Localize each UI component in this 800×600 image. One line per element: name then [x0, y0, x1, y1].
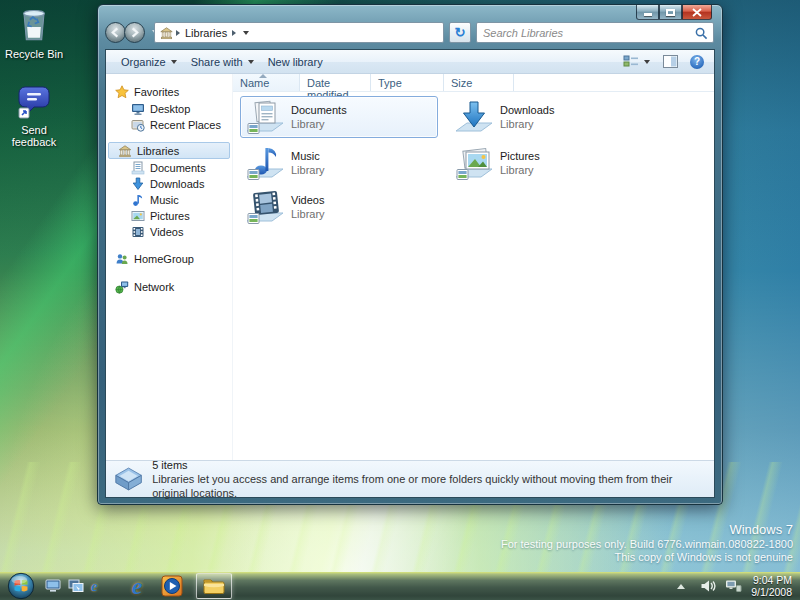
libraries-detail-icon [114, 465, 143, 493]
taskbar-clock[interactable]: 9:04 PM 9/1/2008 [751, 574, 792, 598]
breadcrumb-libraries[interactable]: Libraries [182, 27, 230, 39]
forward-button[interactable] [124, 22, 145, 43]
address-bar[interactable]: Libraries [154, 22, 444, 43]
views-icon [623, 55, 639, 68]
new-library-label: New library [268, 56, 323, 68]
forward-icon [129, 27, 140, 38]
chevron-down-icon [644, 60, 650, 64]
downloads-icon [131, 177, 145, 191]
sidebar-label: Libraries [137, 145, 179, 157]
change-view-button[interactable] [620, 52, 653, 71]
hidden-icons-arrow-icon[interactable] [677, 584, 685, 589]
volume-icon[interactable] [700, 579, 716, 593]
sidebar-item-libraries[interactable]: Libraries [108, 142, 230, 159]
command-toolbar: Organize Share with New library [106, 50, 714, 74]
library-tile-downloads[interactable]: Downloads Library [449, 96, 647, 138]
column-header-date-modified[interactable]: Date modified [300, 74, 371, 91]
internet-explorer-small-icon[interactable]: e [91, 578, 98, 595]
desktop-wallpaper: Recycle Bin Send feedback Windows 7 For … [0, 0, 800, 600]
maximize-icon [666, 9, 675, 16]
item-type: Library [500, 117, 554, 131]
recent-places-icon [131, 118, 145, 132]
media-player-icon[interactable] [160, 574, 184, 598]
internet-explorer-icon[interactable]: e [132, 574, 143, 598]
sidebar-item-homegroup[interactable]: HomeGroup [106, 250, 230, 267]
music-icon [131, 193, 145, 207]
item-type: Library [291, 117, 347, 131]
clock-date: 9/1/2008 [751, 586, 792, 598]
details-description: Libraries let you access and arrange ite… [152, 472, 706, 500]
close-icon [692, 8, 702, 17]
taskbar: e e [0, 572, 800, 600]
item-count: 5 items [152, 458, 706, 472]
column-label: Size [451, 77, 472, 89]
minimize-button[interactable] [636, 5, 659, 20]
help-icon: ? [690, 55, 704, 69]
column-label: Type [378, 77, 402, 89]
sidebar-item-desktop[interactable]: Desktop [106, 100, 230, 117]
item-name: Pictures [500, 149, 540, 163]
build-watermark: Windows 7 For testing purposes only. Bui… [501, 523, 793, 564]
item-name: Videos [291, 193, 325, 207]
sidebar-item-downloads[interactable]: Downloads [106, 175, 230, 192]
help-button[interactable]: ? [688, 53, 706, 71]
preview-pane-button[interactable] [661, 52, 680, 71]
sidebar-label: Downloads [150, 178, 204, 190]
column-header-size[interactable]: Size [444, 74, 514, 91]
back-icon [110, 27, 121, 38]
library-tile-documents[interactable]: Documents Library [240, 96, 438, 138]
refresh-button[interactable]: ↻ [449, 22, 471, 43]
desktop-icon-recycle-bin[interactable]: Recycle Bin [2, 6, 66, 60]
sidebar-item-recent-places[interactable]: Recent Places [106, 116, 230, 133]
main-area: Favorites Desktop Recent Places [106, 74, 714, 460]
breadcrumb-arrow-icon[interactable] [232, 30, 236, 36]
library-tile-pictures[interactable]: Pictures Library [449, 142, 647, 184]
sidebar-label: Videos [150, 226, 183, 238]
navigation-bar: Libraries ↻ [98, 21, 722, 47]
sidebar-label: Music [150, 194, 179, 206]
sidebar-label: Documents [150, 162, 206, 174]
taskbar-items: e [132, 574, 185, 598]
sidebar-label: HomeGroup [134, 253, 194, 265]
library-tile-music[interactable]: Music Library [240, 142, 438, 184]
sidebar-item-network[interactable]: Network [106, 278, 230, 295]
switch-windows-icon[interactable] [68, 579, 84, 593]
new-library-button[interactable]: New library [261, 53, 330, 71]
sidebar-item-favorites[interactable]: Favorites [106, 83, 230, 100]
column-header-name[interactable]: Name [233, 74, 300, 91]
sidebar-item-pictures[interactable]: Pictures [106, 207, 230, 224]
search-input[interactable] [483, 27, 691, 39]
refresh-icon: ↻ [455, 25, 466, 40]
pictures-library-icon [454, 144, 494, 182]
details-pane: 5 items Libraries let you access and arr… [106, 460, 714, 497]
libraries-icon [159, 26, 174, 40]
sidebar-label: Recent Places [150, 119, 221, 131]
desktop-icon [131, 102, 145, 116]
explorer-window: Libraries ↻ Organize [97, 4, 723, 505]
desktop-icon-send-feedback[interactable]: Send feedback [2, 84, 66, 148]
documents-icon [131, 161, 145, 175]
documents-library-icon [245, 98, 285, 136]
item-type: Library [291, 163, 325, 177]
close-button[interactable] [682, 5, 712, 20]
navigation-pane: Favorites Desktop Recent Places [106, 74, 232, 460]
quick-launch: e [45, 578, 98, 595]
share-with-button[interactable]: Share with [184, 53, 261, 71]
explorer-taskbar-button[interactable] [196, 573, 232, 599]
recycle-bin-icon [2, 6, 66, 46]
start-button[interactable] [7, 572, 35, 600]
organize-button[interactable]: Organize [114, 53, 184, 71]
maximize-button[interactable] [659, 5, 682, 20]
homegroup-icon [115, 252, 129, 266]
sidebar-item-music[interactable]: Music [106, 191, 230, 208]
show-desktop-icon[interactable] [45, 579, 61, 593]
sidebar-item-documents[interactable]: Documents [106, 159, 230, 176]
organize-label: Organize [121, 56, 166, 68]
library-tile-videos[interactable]: Videos Library [240, 186, 438, 228]
back-button[interactable] [105, 22, 126, 43]
network-tray-icon[interactable] [725, 579, 742, 593]
sidebar-label: Favorites [134, 86, 179, 98]
address-history-dropdown-icon[interactable] [243, 31, 249, 35]
sidebar-item-videos[interactable]: Videos [106, 223, 230, 240]
column-header-type[interactable]: Type [371, 74, 444, 91]
